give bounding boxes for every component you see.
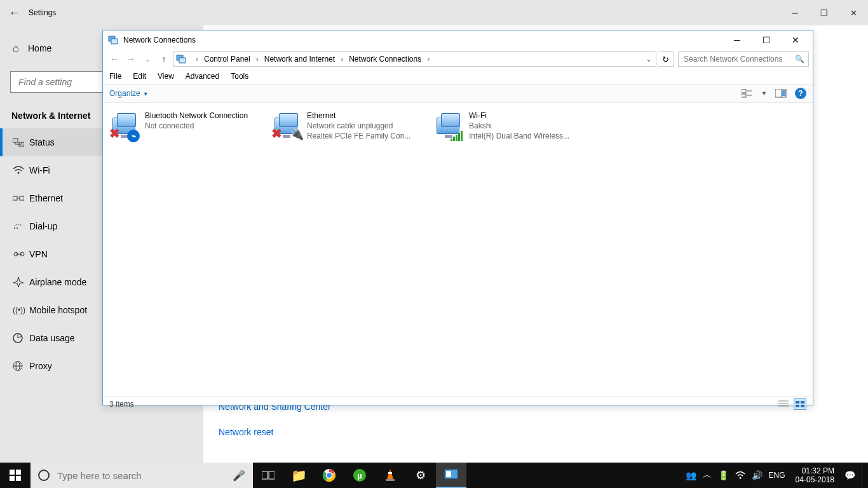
svg-rect-22 [111, 39, 118, 44]
tray-clock[interactable]: 01:32 PM 04-05-2018 [792, 466, 838, 484]
breadcrumb-segment[interactable]: Network and Internet [263, 55, 336, 64]
chevron-right-icon[interactable]: › [337, 55, 346, 64]
show-desktop-button[interactable] [862, 463, 865, 488]
error-icon: ✖ [109, 126, 120, 141]
explorer-minimize-button[interactable]: ─ [722, 30, 752, 50]
system-tray: 👥 ︿ 🔋 🔊 ENG 01:32 PM 04-05-2018 💬 [686, 463, 868, 488]
sidebar-item-label: Wi-Fi [29, 165, 50, 175]
svg-text:((•)): ((•)) [13, 306, 25, 315]
sidebar-home-label: Home [28, 43, 51, 53]
nav-forward-button[interactable]: → [123, 51, 139, 67]
connection-status: Not connected [145, 121, 248, 131]
tray-volume-icon[interactable]: 🔊 [752, 470, 763, 480]
chevron-right-icon[interactable]: › [253, 55, 262, 64]
dialup-icon [13, 222, 29, 230]
svg-rect-24 [179, 58, 186, 63]
preview-pane-button[interactable] [775, 88, 787, 99]
network-adapter-icon: ✖⌁ [108, 111, 140, 141]
maximize-button[interactable]: ❐ [810, 0, 839, 25]
svg-rect-31 [782, 90, 785, 96]
tray-wifi-icon[interactable] [735, 471, 745, 480]
task-view-button[interactable] [253, 463, 283, 488]
taskbar-file-explorer[interactable]: 📁 [283, 463, 314, 488]
taskbar-chrome[interactable] [314, 463, 344, 488]
signal-bars-icon [451, 131, 463, 141]
breadcrumb-segment[interactable]: Network Connections [348, 55, 423, 64]
taskbar: 🎤 📁 µ ⚙ 👥 ︿ 🔋 🔊 ENG 01:32 PM 04-05-2018 … [0, 463, 868, 488]
address-bar[interactable]: › Control Panel › Network and Internet ›… [173, 51, 656, 67]
menu-advanced[interactable]: Advanced [186, 72, 219, 81]
taskbar-vlc[interactable] [375, 463, 405, 488]
network-connections-icon [108, 35, 118, 45]
explorer-titlebar[interactable]: Network Connections ─ ☐ ✕ [103, 30, 813, 50]
menu-view[interactable]: View [158, 72, 174, 81]
connection-name: Wi-Fi [469, 111, 569, 121]
refresh-button[interactable]: ↻ [658, 51, 674, 67]
menu-tools[interactable]: Tools [231, 72, 248, 81]
tray-chevron-up-icon[interactable]: ︿ [703, 470, 712, 481]
connection-item[interactable]: ✖⌁Bluetooth Network ConnectionNot connec… [103, 108, 265, 144]
tiles-view-button[interactable] [794, 398, 806, 410]
nav-recent-button[interactable]: ⌄ [140, 51, 155, 67]
explorer-maximize-button[interactable]: ☐ [752, 30, 781, 50]
cortana-icon [38, 470, 50, 481]
explorer-search-input[interactable] [682, 54, 795, 64]
link-network-reset[interactable]: Network reset [219, 427, 331, 437]
explorer-toolbar: Organize▼ ▼ ? [103, 84, 813, 103]
help-button[interactable]: ? [795, 88, 806, 99]
error-icon: ✖ [271, 126, 282, 141]
explorer-close-button[interactable]: ✕ [781, 30, 810, 50]
nav-up-button[interactable]: ↑ [156, 51, 172, 67]
tray-battery-icon[interactable]: 🔋 [718, 470, 729, 480]
taskbar-settings[interactable]: ⚙ [405, 463, 436, 488]
breadcrumb-segment[interactable]: Control Panel [203, 55, 252, 64]
explorer-body[interactable]: ✖⌁Bluetooth Network ConnectionNot connec… [103, 103, 813, 396]
svg-rect-37 [796, 405, 799, 407]
gear-icon: ⚙ [416, 468, 426, 482]
connection-text: Wi-FiBakshiIntel(R) Dual Band Wireless..… [469, 111, 569, 141]
network-adapter-icon [432, 111, 464, 141]
tray-action-center-icon[interactable]: 💬 [844, 470, 855, 480]
search-icon[interactable]: 🔍 [795, 55, 804, 64]
explorer-search[interactable]: 🔍 [678, 51, 809, 67]
close-button[interactable]: ✕ [839, 0, 868, 25]
taskbar-apps: 📁 µ ⚙ [253, 463, 466, 488]
taskbar-control-panel[interactable] [436, 463, 466, 488]
connection-item[interactable]: ✖🔌EthernetNetwork cable unpluggedRealtek… [265, 108, 427, 144]
svg-rect-47 [386, 479, 395, 481]
sidebar-item-label: Ethernet [29, 193, 63, 203]
chevron-right-icon[interactable]: › [424, 55, 433, 64]
microphone-icon[interactable]: 🎤 [233, 470, 245, 482]
minimize-button[interactable]: ─ [780, 0, 810, 25]
back-button[interactable]: ← [0, 6, 29, 20]
connection-name: Ethernet [307, 111, 410, 121]
hotspot-icon: ((•)) [13, 306, 29, 315]
svg-rect-39 [262, 471, 268, 479]
svg-rect-6 [13, 196, 17, 200]
svg-point-10 [17, 227, 18, 229]
connection-item[interactable]: Wi-FiBakshiIntel(R) Dual Band Wireless..… [427, 108, 589, 144]
tray-language[interactable]: ENG [769, 471, 785, 480]
chevron-down-icon: ▼ [143, 91, 149, 97]
start-button[interactable] [0, 463, 31, 488]
taskbar-utorrent[interactable]: µ [344, 463, 375, 488]
nav-back-button[interactable]: ← [107, 51, 122, 67]
svg-rect-46 [388, 472, 392, 474]
network-adapter-icon: ✖🔌 [270, 111, 302, 141]
address-dropdown-button[interactable]: ⌄ [642, 55, 656, 64]
vpn-icon [13, 250, 29, 258]
taskbar-search-input[interactable] [56, 470, 233, 482]
chevron-right-icon[interactable]: › [193, 55, 201, 64]
menu-edit[interactable]: Edit [133, 72, 146, 81]
sidebar-item-label: VPN [29, 249, 48, 259]
chevron-down-icon[interactable]: ▼ [761, 90, 767, 97]
view-options-button[interactable] [741, 88, 754, 99]
organize-button[interactable]: Organize▼ [109, 89, 149, 98]
taskbar-search[interactable]: 🎤 [31, 463, 253, 488]
details-view-button[interactable] [777, 398, 790, 410]
menu-file[interactable]: File [109, 72, 121, 81]
tray-people-icon[interactable]: 👥 [686, 470, 696, 480]
data-icon [13, 333, 29, 343]
windows-icon [10, 470, 21, 481]
connection-text: EthernetNetwork cable unpluggedRealtek P… [307, 111, 410, 141]
